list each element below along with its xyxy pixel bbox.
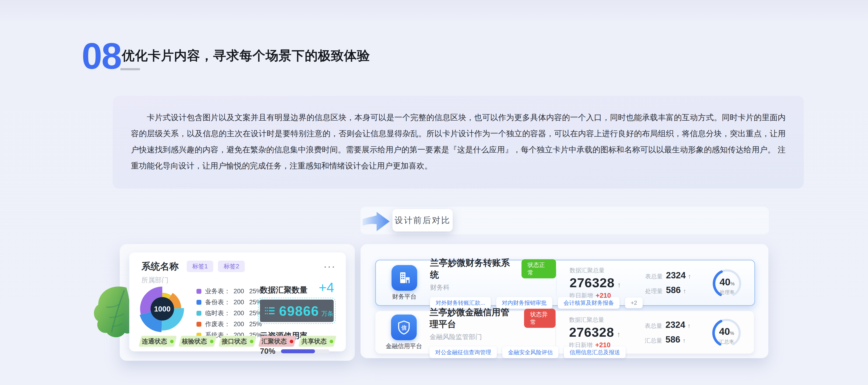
progress-bar-fill [281, 349, 315, 353]
table-total-value: 2324 [666, 270, 686, 281]
legend-swatch-icon [196, 311, 202, 316]
up-arrow-icon: ↑ [617, 330, 620, 338]
stats-total-block: 数据汇聚总量 276328 ↑ 昨日新增 +210 [569, 316, 642, 349]
stats-total-block: 数据汇聚总量 276328 ↑ 昨日新增 +210 [569, 266, 642, 299]
section-title: 优化卡片内容，寻求每个场景下的极致体验 [122, 47, 370, 64]
legend-item: 业务表：20025% [196, 287, 262, 295]
counter-unit: 万条 [321, 310, 334, 318]
app-icon-block: 财务平台 [386, 265, 423, 301]
stats-total-label: 数据汇聚总量 [569, 316, 642, 324]
legend-label: 临时表： [205, 309, 230, 317]
app-title: 兰亭妙微财务转账系统 [430, 257, 516, 281]
legend-item: 作废表：20025% [196, 320, 262, 328]
app-card-finance[interactable]: 财务平台 兰亭妙微财务转账系统 状态正常 财务科 对外财务转账汇款... 对内财… [375, 260, 755, 306]
cloud-usage-row: 70% [260, 347, 336, 356]
stats-secondary-block: 表总量2324↑ 汇总量586↑ [645, 320, 703, 345]
status-label: 汇聚状态 [261, 337, 287, 346]
arrow-right-icon [361, 211, 391, 232]
app-info: 兰亭妙微金融信用管理平台 状态异常 金融风险监管部门 对公金融征信查询管理 金融… [430, 307, 556, 358]
status-label: 连通状态 [142, 337, 167, 346]
svg-text:信: 信 [401, 325, 407, 331]
intro-paragraph: 卡片式设计包含图片以及文案并且有明显边界的信息区块，本身可以是一个完整的信息区块… [113, 96, 804, 187]
up-arrow-icon: ↑ [688, 273, 691, 280]
stats-total-value: 276328 [569, 325, 614, 340]
platform-label: 金融信用平台 [385, 342, 423, 350]
status-dot-icon [210, 340, 214, 343]
status-label: 核验状态 [182, 337, 207, 346]
table-total-label: 表总量 [645, 322, 662, 330]
counter-value: 69866 [279, 303, 319, 319]
after-panel: 财务平台 兰亭妙微财务转账系统 状态正常 财务科 对外财务转账汇款... 对内财… [361, 244, 768, 358]
status-label: 共享状态 [302, 337, 327, 346]
status-tag-share: 共享状态 [298, 336, 337, 347]
more-menu-icon[interactable]: ··· [323, 263, 336, 270]
up-arrow-icon: ↑ [617, 281, 621, 289]
data-counter: 69866 万条 [260, 299, 334, 322]
department-label: 所属部门 [129, 276, 346, 285]
legend-value: 200 [234, 299, 244, 306]
status-dot-icon [170, 340, 174, 343]
feature-tag[interactable]: 对公金融征信查询管理 [430, 347, 497, 358]
tag-chip-2[interactable]: 标签2 [218, 261, 245, 272]
legend-label: 作废表： [205, 320, 230, 328]
legend-swatch-icon [196, 300, 202, 305]
up-arrow-icon: ↑ [688, 322, 691, 329]
gauge-unit: % [730, 331, 734, 336]
delta-badge: +4 [319, 280, 334, 295]
stats-total-value: 276328 [569, 275, 615, 290]
status-tag-verify: 核验状态 [179, 336, 217, 347]
legend-value: 200 [234, 288, 244, 295]
legend-swatch-icon [196, 289, 202, 294]
legend-label: 备份表： [205, 298, 230, 307]
before-card-header: 系统名称 标签1 标签2 ··· [129, 253, 346, 273]
gauge-chart: 40% 汇总率 [709, 315, 744, 350]
pie-chart: 1000 [138, 285, 186, 333]
progress-bar [281, 349, 330, 353]
up-arrow-icon: ↑ [682, 337, 685, 344]
yesterday-label: 昨日新增 [569, 292, 593, 299]
tag-chip-1[interactable]: 标签1 [187, 261, 213, 272]
gauge-label: 汇总率 [709, 339, 744, 345]
summary-label: 汇总量 [645, 337, 662, 344]
status-tag-aggregate: 汇聚状态 [258, 336, 297, 347]
app-department: 金融风险监管部门 [430, 332, 556, 341]
page: 08 优化卡片内容，寻求每个场景下的极致体验 卡片式设计包含图片以及文案并且有明… [0, 0, 868, 385]
summary-value: 586 [665, 334, 680, 345]
legend-value: 200 [234, 321, 244, 328]
intro-card: 卡片式设计包含图片以及文案并且有明显边界的信息区块，本身可以是一个完整的信息区块… [113, 96, 804, 189]
gauge-percent: 40 [719, 326, 730, 337]
status-dot-icon [250, 340, 253, 343]
gauge-label: 处理率 [710, 289, 745, 296]
feature-tag[interactable]: 金融安全风险评估 [502, 347, 558, 358]
list-icon [265, 306, 275, 316]
legend-swatch-icon [196, 322, 202, 327]
yesterday-label: 昨日新增 [569, 341, 592, 349]
gauge-unit: % [730, 281, 735, 286]
status-label: 接口状态 [222, 337, 247, 346]
pie-center-value: 1000 [154, 305, 170, 313]
gauge-percent: 40 [720, 277, 731, 287]
legend-value: 200 [234, 310, 244, 317]
before-card: 系统名称 标签1 标签2 ··· 所属部门 1000 业务表：20025% 备份… [129, 253, 346, 351]
status-tag-connect: 连通状态 [138, 336, 177, 347]
building-icon [392, 265, 417, 291]
app-title: 兰亭妙微金融信用管理平台 [430, 307, 518, 330]
leaf-decoration-icon [89, 283, 134, 343]
legend-label: 业务表： [205, 287, 230, 295]
yesterday-delta: +210 [596, 292, 611, 299]
compare-button[interactable]: 设计前后对比 [393, 209, 453, 231]
status-badge: 状态异常 [524, 309, 556, 328]
up-arrow-icon: ↑ [683, 287, 686, 295]
yesterday-delta: +210 [595, 341, 611, 349]
status-tag-interface: 接口状态 [218, 336, 257, 347]
system-name: 系统名称 [142, 260, 179, 273]
platform-label: 财务平台 [386, 293, 423, 301]
cloud-usage-percent: 70% [260, 347, 275, 356]
status-dot-icon [330, 340, 333, 343]
app-info: 兰亭妙微财务转账系统 状态正常 财务科 对外财务转账汇款... 对内财务报销审批… [430, 257, 556, 309]
status-tag-row: 连通状态 核验状态 接口状态 汇聚状态 共享状态 [140, 336, 335, 347]
app-card-credit[interactable]: 信 金融信用平台 兰亭妙微金融信用管理平台 状态异常 金融风险监管部门 对公金融… [375, 311, 754, 354]
stats-secondary-block: 表总量2324↑ 处理量586↑ [645, 270, 704, 295]
table-total-value: 2324 [665, 320, 685, 330]
process-value: 586 [666, 285, 681, 295]
